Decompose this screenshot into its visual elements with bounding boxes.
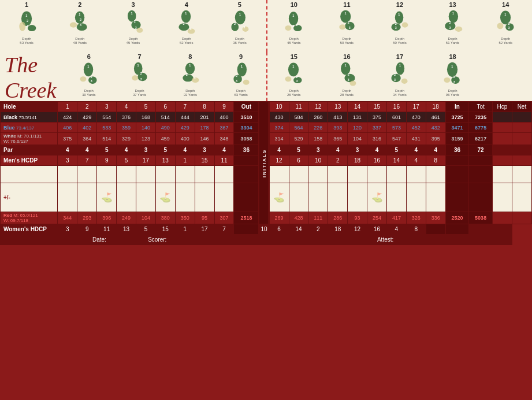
svg-text:3: 3	[91, 79, 92, 83]
pm-h3[interactable]: ⛳	[97, 183, 117, 212]
mhcp-h1: 3	[58, 155, 77, 166]
scorer-label: Scorer:	[148, 236, 166, 243]
par-h18: 4	[426, 145, 445, 155]
pm-h9[interactable]	[214, 183, 234, 212]
white-hcp	[492, 133, 512, 145]
pm-h18[interactable]	[426, 183, 445, 212]
score1-h12[interactable]	[308, 166, 328, 183]
blue-out: 3304	[234, 123, 259, 133]
whcp-h13: 2	[308, 224, 328, 235]
score1-h17[interactable]	[406, 166, 426, 183]
par-h4: 4	[117, 145, 136, 155]
blue-h11: 564	[289, 123, 308, 133]
pm-h5[interactable]	[136, 183, 156, 212]
black-h12: 260	[308, 112, 328, 123]
hole-6-diagram: 6 1 2 3 Depth30 Yards	[64, 52, 114, 97]
red-h1: 344	[58, 212, 77, 224]
black-label: Black 75.5/141	[1, 112, 58, 123]
score1-h13[interactable]	[328, 166, 348, 183]
svg-text:1: 1	[504, 13, 506, 16]
black-h17: 470	[406, 112, 426, 123]
svg-text:3: 3	[453, 80, 455, 84]
pm-h6[interactable]: ⛳	[155, 183, 175, 212]
whcp-hcp	[469, 224, 493, 235]
blue-h8: 178	[195, 123, 214, 133]
pm-h2[interactable]	[77, 183, 97, 212]
attest-label: Attest:	[377, 236, 393, 243]
svg-point-68	[132, 75, 138, 80]
mhcp-h5: 17	[136, 155, 156, 166]
score1-h2[interactable]	[77, 166, 97, 183]
score1-h10[interactable]	[269, 166, 289, 183]
pm-h1[interactable]	[58, 183, 77, 212]
svg-point-1	[27, 25, 36, 31]
pm-h12[interactable]	[308, 183, 328, 212]
score1-h1[interactable]	[58, 166, 77, 183]
pm-h10[interactable]: ⛳	[269, 183, 289, 212]
svg-text:2: 2	[296, 23, 298, 27]
black-h15: 375	[367, 112, 387, 123]
score1-h6[interactable]	[155, 166, 175, 183]
white-h3: 514	[97, 133, 117, 145]
red-label: Red M: 65.0/121W: 69.7/118	[1, 212, 58, 224]
blue-h14: 120	[348, 123, 367, 133]
svg-point-2	[19, 22, 25, 31]
pm-h13[interactable]	[328, 183, 348, 212]
pm-h16[interactable]	[386, 183, 406, 212]
hole-11-header: 11	[289, 102, 308, 112]
score1-h4[interactable]	[117, 166, 136, 183]
black-net	[512, 112, 531, 123]
blue-h15: 337	[367, 123, 387, 133]
svg-point-44	[402, 23, 408, 28]
par-h12: 3	[308, 145, 328, 155]
white-h13: 365	[328, 133, 348, 145]
white-in: 3159	[445, 133, 469, 145]
pm-h4[interactable]	[117, 183, 136, 212]
par-h2: 4	[77, 145, 97, 155]
score1-h14[interactable]	[348, 166, 367, 183]
red-net	[512, 212, 531, 224]
hole-3-diagram: 3 1 2 3 Depth45 Yards	[106, 0, 159, 52]
svg-point-32	[285, 25, 292, 31]
red-h5: 104	[136, 212, 156, 224]
par-tot: 72	[469, 145, 493, 155]
black-tot: 7235	[469, 112, 493, 123]
black-h14: 131	[348, 112, 367, 123]
black-h5: 168	[136, 112, 156, 123]
black-h18: 461	[426, 112, 445, 123]
score1-h16[interactable]	[386, 166, 406, 183]
pm-h11[interactable]	[289, 183, 308, 212]
blue-net	[512, 123, 531, 133]
pm-h15[interactable]: ⛳	[367, 183, 387, 212]
score1-h5[interactable]	[136, 166, 156, 183]
score1-h8[interactable]	[195, 166, 214, 183]
score1-in	[445, 166, 469, 183]
svg-text:1: 1	[239, 13, 241, 16]
black-h2: 429	[77, 112, 97, 123]
svg-point-86	[285, 76, 292, 82]
black-h11: 584	[289, 112, 308, 123]
par-h15: 4	[367, 145, 387, 155]
hole-15-header: 15	[367, 102, 387, 112]
par-in: 36	[445, 145, 469, 155]
pm-h14[interactable]	[348, 183, 367, 212]
score1-h7[interactable]	[175, 166, 195, 183]
pm-h8[interactable]	[195, 183, 214, 212]
score1-h18[interactable]	[426, 166, 445, 183]
svg-text:1: 1	[344, 12, 346, 15]
black-rating: 75.5/141	[19, 115, 37, 120]
hole-4-diagram: 4 1 2 3 Depth52 Yards	[160, 0, 213, 52]
score1-h3[interactable]	[97, 166, 117, 183]
score1-h9[interactable]	[214, 166, 234, 183]
net-header: Net	[512, 102, 531, 112]
whcp-h12: 14	[289, 224, 308, 235]
svg-text:2: 2	[449, 21, 451, 24]
whcp-out	[234, 224, 259, 235]
svg-text:1: 1	[25, 14, 27, 17]
pm-h17[interactable]	[406, 183, 426, 212]
score1-h11[interactable]	[289, 166, 308, 183]
blue-h13: 393	[328, 123, 348, 133]
par-h13: 4	[328, 145, 348, 155]
score1-h15[interactable]	[367, 166, 387, 183]
pm-h7[interactable]	[175, 183, 195, 212]
